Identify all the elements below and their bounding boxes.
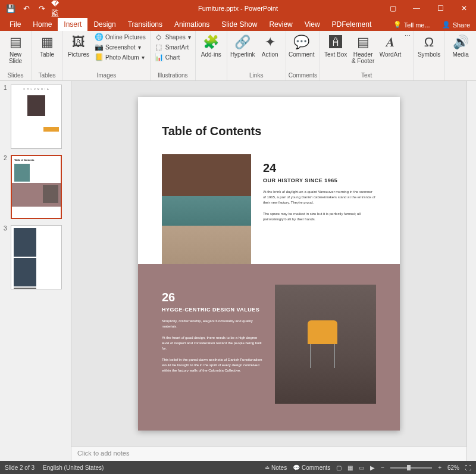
tab-transitions[interactable]: Transitions	[122, 18, 168, 31]
slide-sorter-view-icon[interactable]: ▦	[347, 464, 353, 471]
addins-button[interactable]: 🧩 Add-ins	[198, 32, 224, 59]
chart-button[interactable]: 📊Chart	[153, 52, 193, 62]
normal-view-icon[interactable]: ▢	[336, 464, 342, 471]
tab-slideshow[interactable]: Slide Show	[215, 18, 263, 31]
status-bar: Slide 2 of 3 English (United States) ≐ N…	[0, 461, 476, 474]
section1-subtitle: OUR HISTORY SINCE 1965	[263, 177, 376, 183]
tab-design[interactable]: Design	[87, 18, 121, 31]
tab-animations[interactable]: Animations	[168, 18, 215, 31]
section2-page-number: 26	[162, 291, 263, 304]
group-label-slides: Slides	[2, 72, 29, 79]
slide-image-sofa[interactable]	[162, 154, 251, 273]
maximize-icon[interactable]: ☐	[428, 0, 452, 17]
new-slide-icon: ▤	[10, 33, 22, 51]
group-illustrations: ◇Shapes ▾ ⬚SmartArt 📊Chart Illustrations	[151, 31, 196, 80]
symbols-button[interactable]: Ω Symbols	[416, 32, 442, 59]
tell-me[interactable]: 💡Tell me...	[387, 18, 436, 31]
ribbon: ▤ New Slide Slides ▦ Table Tables 🖼 Pict…	[0, 31, 476, 81]
quick-access-toolbar: 💾 ↶ ↷ �監	[0, 2, 63, 14]
tab-file[interactable]: File	[4, 18, 27, 31]
pictures-button[interactable]: 🖼 Pictures	[65, 32, 92, 59]
start-from-beginning-icon[interactable]: �監	[51, 2, 63, 14]
slide-indicator[interactable]: Slide 2 of 3	[5, 464, 35, 471]
save-icon[interactable]: 💾	[5, 2, 17, 14]
language-indicator[interactable]: English (United States)	[43, 464, 104, 471]
group-label-comments: Comments	[289, 72, 317, 79]
comments-toggle[interactable]: 💬 Comments	[293, 464, 330, 471]
hyperlink-button[interactable]: 🔗 Hyperlink	[230, 32, 256, 59]
redo-icon[interactable]: ↷	[36, 2, 48, 14]
window-controls: ▢ — ☐ ✕	[381, 0, 476, 17]
textbox-button[interactable]: 🅰 Text Box	[322, 32, 349, 59]
online-pictures-icon: 🌐	[95, 33, 103, 41]
notes-toggle[interactable]: ≐ Notes	[265, 464, 287, 471]
zoom-out-icon[interactable]: −	[381, 464, 384, 471]
group-label-media	[447, 72, 474, 79]
comment-button[interactable]: 💬 Comment	[289, 32, 315, 59]
minimize-icon[interactable]: —	[405, 0, 428, 17]
media-icon: 🔊	[453, 33, 469, 51]
slide-canvas-area: Table of Contents 24 OUR HISTORY SINCE 1…	[71, 81, 466, 461]
fit-to-window-icon[interactable]: ⛶	[465, 464, 471, 471]
action-button[interactable]: ✦ Action	[257, 32, 283, 59]
chart-icon: 📊	[155, 53, 163, 61]
screenshot-button[interactable]: 📷Screenshot ▾	[93, 42, 148, 52]
header-footer-button[interactable]: ▤ Header & Footer	[350, 32, 376, 66]
text-more-icon[interactable]: ⋯	[405, 32, 411, 39]
group-label-symbols	[416, 72, 442, 79]
smartart-button[interactable]: ⬚SmartArt	[153, 42, 193, 52]
textbox-icon: 🅰	[329, 33, 342, 51]
photo-album-button[interactable]: 📒Photo Album ▾	[93, 52, 148, 62]
addins-icon: 🧩	[203, 33, 219, 51]
tab-view[interactable]: View	[299, 18, 326, 31]
action-icon: ✦	[265, 33, 275, 51]
tab-review[interactable]: Review	[263, 18, 298, 31]
online-pictures-button[interactable]: 🌐Online Pictures	[93, 32, 148, 42]
slide-image-chairs[interactable]	[275, 285, 376, 404]
pictures-icon: 🖼	[72, 33, 85, 51]
share-button[interactable]: 👤Share	[436, 18, 476, 31]
slide-thumbnail-2[interactable]: Table of Contents	[11, 155, 62, 219]
wordart-button[interactable]: 𝑨 WordArt	[377, 32, 403, 59]
tab-insert[interactable]: Insert	[58, 18, 87, 31]
close-icon[interactable]: ✕	[452, 0, 476, 17]
current-slide[interactable]: Table of Contents 24 OUR HISTORY SINCE 1…	[138, 97, 400, 431]
slide-thumbnails-pane: 1 C O L U M B I A 2 Table of Contents 3	[0, 81, 71, 461]
share-icon: 👤	[442, 21, 450, 29]
document-title: Furniture.pptx - PowerPoint	[198, 5, 278, 12]
group-label-addins	[198, 72, 224, 79]
tab-pdfelement[interactable]: PDFelement	[326, 18, 378, 31]
group-label-links: Links	[230, 72, 283, 79]
zoom-in-icon[interactable]: +	[438, 464, 441, 471]
media-button[interactable]: 🔊 Media	[447, 32, 474, 59]
vertical-scrollbar[interactable]	[466, 81, 476, 461]
header-footer-icon: ▤	[357, 33, 369, 51]
slide-thumbnail-3[interactable]	[11, 225, 62, 289]
group-label-illustrations: Illustrations	[153, 72, 193, 79]
title-bar: 💾 ↶ ↷ �監 Furniture.pptx - PowerPoint ▢ —…	[0, 0, 476, 17]
shapes-icon: ◇	[155, 33, 163, 41]
slide-title[interactable]: Table of Contents	[162, 124, 261, 138]
slideshow-view-icon[interactable]: ▶	[370, 464, 375, 471]
undo-icon[interactable]: ↶	[20, 2, 32, 14]
slide-section-1[interactable]: 24 OUR HISTORY SINCE 1965 At the brink o…	[263, 161, 376, 222]
group-label-images: Images	[65, 72, 148, 79]
group-links: 🔗 Hyperlink ✦ Action Links	[227, 31, 286, 80]
zoom-slider[interactable]	[390, 467, 432, 469]
group-addins: 🧩 Add-ins	[196, 31, 227, 80]
symbols-icon: Ω	[424, 33, 434, 51]
reading-view-icon[interactable]: ▭	[359, 464, 364, 471]
thumb-number-2: 2	[4, 155, 8, 219]
slide-thumbnail-1[interactable]: C O L U M B I A	[11, 85, 62, 149]
zoom-percent[interactable]: 62%	[447, 464, 459, 471]
slide-editor[interactable]: Table of Contents 24 OUR HISTORY SINCE 1…	[71, 81, 466, 447]
section1-body2: The space may be modest in size but it i…	[263, 211, 376, 222]
ribbon-options-icon[interactable]: ▢	[381, 0, 405, 17]
slide-section-2[interactable]: 26 HYGGE-CENTRIC DESIGN VALUES Simplicit…	[162, 291, 263, 373]
shapes-button[interactable]: ◇Shapes ▾	[153, 32, 193, 42]
new-slide-button[interactable]: ▤ New Slide	[2, 32, 29, 66]
notes-pane[interactable]: Click to add notes	[71, 447, 466, 461]
table-button[interactable]: ▦ Table	[34, 32, 60, 59]
tab-home[interactable]: Home	[27, 18, 58, 31]
section1-body1: At the brink of daylight on a quaint Van…	[263, 189, 376, 205]
